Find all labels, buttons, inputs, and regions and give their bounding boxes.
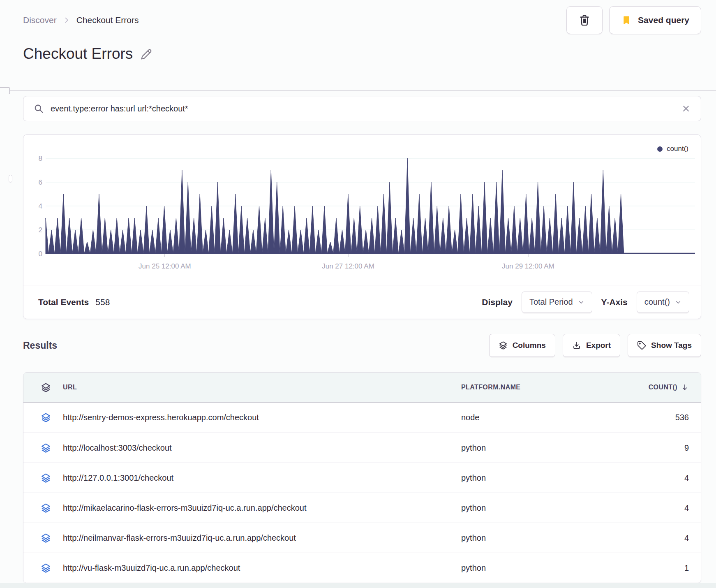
svg-text:8: 8 bbox=[39, 155, 42, 162]
count-cell[interactable]: 9 bbox=[684, 443, 689, 453]
row-stack-icon[interactable] bbox=[41, 473, 51, 483]
table-row: http://sentry-demos-express.herokuapp.co… bbox=[23, 403, 701, 433]
breadcrumb-current: Checkout Errors bbox=[76, 15, 139, 25]
svg-text:2: 2 bbox=[39, 226, 42, 234]
url-cell[interactable]: http://neilmanvar-flask-errors-m3uuizd7i… bbox=[63, 533, 296, 542]
column-header-platform[interactable]: PLATFORM.NAME bbox=[461, 384, 520, 391]
count-cell[interactable]: 536 bbox=[675, 413, 689, 422]
count-cell[interactable]: 4 bbox=[684, 533, 689, 543]
panel-drag-handle[interactable] bbox=[9, 175, 12, 183]
results-table: URL PLATFORM.NAME COUNT() http://sentry-… bbox=[23, 372, 701, 583]
display-dropdown-value: Total Period bbox=[529, 297, 573, 307]
total-events-label: Total Events bbox=[38, 297, 89, 307]
count-cell[interactable]: 4 bbox=[684, 503, 689, 513]
y-axis-dropdown[interactable]: count() bbox=[637, 292, 689, 313]
chart-footer: Total Events 558 Display Total Period Y-… bbox=[23, 285, 701, 319]
table-row: http://127.0.0.1:3001/checkout python 4 bbox=[23, 463, 701, 493]
saved-query-button[interactable]: Saved query bbox=[609, 6, 701, 34]
close-icon bbox=[681, 104, 691, 113]
bookmark-icon bbox=[621, 15, 632, 25]
platform-cell[interactable]: node bbox=[461, 413, 480, 422]
columns-button[interactable]: Columns bbox=[489, 334, 555, 357]
top-bar: Discover Checkout Errors Saved query bbox=[23, 6, 701, 34]
svg-text:Jun 29 12:00 AM: Jun 29 12:00 AM bbox=[502, 262, 554, 270]
display-label: Display bbox=[482, 297, 513, 307]
trash-icon bbox=[578, 14, 591, 27]
legend-dot-icon bbox=[657, 146, 663, 152]
url-cell[interactable]: http://mikaelacarino-flask-errors-m3uuiz… bbox=[63, 503, 307, 512]
export-button[interactable]: Export bbox=[563, 334, 620, 357]
edit-query-name-button[interactable] bbox=[140, 48, 152, 60]
show-tags-button[interactable]: Show Tags bbox=[628, 334, 701, 357]
svg-text:Jun 25 12:00 AM: Jun 25 12:00 AM bbox=[139, 262, 191, 270]
chevron-down-icon bbox=[578, 299, 584, 306]
svg-text:Jun 27 12:00 AM: Jun 27 12:00 AM bbox=[322, 262, 374, 270]
sidebar-collapse-handle[interactable] bbox=[0, 87, 10, 94]
platform-cell[interactable]: python bbox=[461, 473, 486, 482]
delete-query-button[interactable] bbox=[566, 6, 603, 34]
pencil-icon bbox=[140, 48, 152, 60]
display-dropdown[interactable]: Total Period bbox=[522, 292, 592, 313]
chart-legend[interactable]: count() bbox=[657, 145, 688, 153]
column-header-count[interactable]: COUNT() bbox=[617, 383, 689, 391]
table-row: http://vu-flask-m3uuizd7iq-uc.a.run.app/… bbox=[23, 553, 701, 583]
breadcrumb-link-discover[interactable]: Discover bbox=[23, 15, 57, 25]
search-input[interactable] bbox=[51, 104, 681, 113]
search-icon bbox=[33, 103, 44, 114]
row-stack-icon[interactable] bbox=[41, 443, 51, 453]
export-button-label: Export bbox=[586, 341, 611, 350]
url-cell[interactable]: http://127.0.0.1:3001/checkout bbox=[63, 473, 173, 482]
sort-desc-arrow-icon bbox=[681, 383, 689, 391]
platform-cell[interactable]: python bbox=[461, 443, 486, 452]
row-stack-icon[interactable] bbox=[41, 563, 51, 573]
results-header-row: Results Columns Export Show Tags bbox=[23, 334, 701, 357]
row-stack-icon[interactable] bbox=[41, 533, 51, 543]
platform-cell[interactable]: python bbox=[461, 503, 486, 512]
clear-search-button[interactable] bbox=[681, 104, 691, 113]
header-actions: Saved query bbox=[566, 6, 701, 34]
breadcrumb: Discover Checkout Errors bbox=[23, 15, 139, 25]
url-cell[interactable]: http://localhost:3003/checkout bbox=[63, 443, 172, 452]
url-cell[interactable]: http://sentry-demos-express.herokuapp.co… bbox=[63, 413, 259, 422]
count-cell[interactable]: 4 bbox=[684, 473, 689, 483]
title-row: Checkout Errors bbox=[23, 45, 152, 63]
svg-text:6: 6 bbox=[39, 178, 42, 186]
column-header-url[interactable]: URL bbox=[63, 384, 77, 391]
discover-saved-query-page: { "breadcrumb": { "items": ["Discover", … bbox=[0, 0, 716, 588]
svg-text:4: 4 bbox=[39, 202, 42, 210]
url-cell[interactable]: http://vu-flask-m3uuizd7iq-uc.a.run.app/… bbox=[63, 563, 240, 572]
events-chart-panel: 02468Jun 25 12:00 AMJun 27 12:00 AMJun 2… bbox=[23, 134, 701, 319]
platform-cell[interactable]: python bbox=[461, 563, 486, 572]
page-title: Checkout Errors bbox=[23, 45, 133, 63]
y-axis-label: Y-Axis bbox=[601, 297, 628, 307]
count-cell[interactable]: 1 bbox=[684, 563, 689, 573]
legend-label: count() bbox=[667, 145, 688, 153]
y-axis-dropdown-value: count() bbox=[644, 297, 670, 307]
stack-icon[interactable] bbox=[41, 382, 51, 393]
page-bottom-strip bbox=[0, 583, 716, 588]
results-buttons: Columns Export Show Tags bbox=[489, 334, 701, 357]
row-stack-icon[interactable] bbox=[41, 412, 51, 423]
total-events: Total Events 558 bbox=[38, 297, 110, 307]
chevron-down-icon bbox=[675, 299, 681, 306]
total-events-value: 558 bbox=[95, 297, 110, 307]
chart-controls: Display Total Period Y-Axis count() bbox=[482, 292, 689, 313]
row-stack-icon[interactable] bbox=[41, 503, 51, 513]
stack-icon bbox=[499, 341, 508, 350]
table-header-row: URL PLATFORM.NAME COUNT() bbox=[23, 373, 701, 403]
columns-button-label: Columns bbox=[513, 341, 546, 350]
table-row: http://localhost:3003/checkout python 9 bbox=[23, 433, 701, 463]
events-chart-svg: 02468Jun 25 12:00 AMJun 27 12:00 AMJun 2… bbox=[23, 135, 701, 275]
platform-cell[interactable]: python bbox=[461, 533, 486, 542]
table-body: http://sentry-demos-express.herokuapp.co… bbox=[23, 403, 701, 583]
page-divider bbox=[0, 90, 716, 91]
saved-query-label: Saved query bbox=[638, 15, 689, 25]
tag-icon bbox=[637, 341, 646, 350]
svg-text:0: 0 bbox=[39, 250, 42, 258]
results-heading: Results bbox=[23, 340, 57, 351]
search-bar bbox=[23, 96, 701, 121]
download-icon bbox=[572, 341, 581, 350]
chevron-right-icon bbox=[62, 16, 71, 24]
show-tags-button-label: Show Tags bbox=[651, 341, 692, 350]
table-row: http://mikaelacarino-flask-errors-m3uuiz… bbox=[23, 493, 701, 523]
